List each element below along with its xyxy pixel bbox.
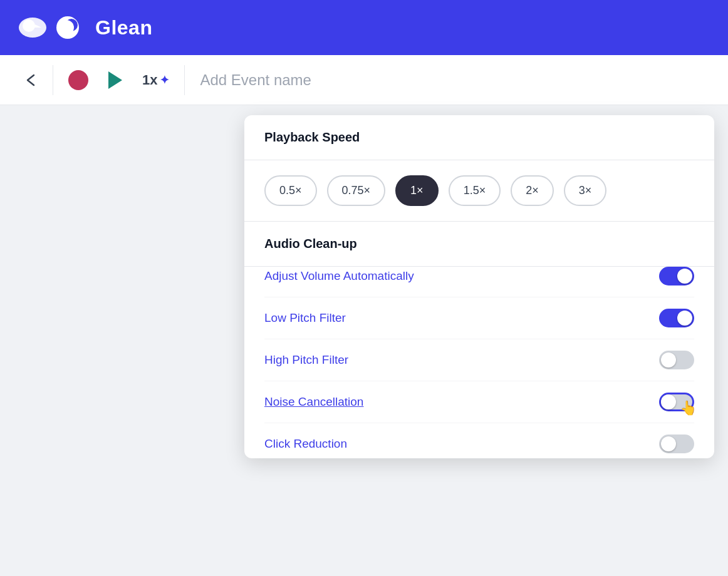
event-name-field[interactable]: Add Event name (190, 66, 713, 94)
audio-cleanup-title: Audio Clean-up (264, 237, 694, 251)
svg-point-4 (59, 20, 74, 35)
main-content: Playback Speed 0.5× 0.75× 1× 1.5× 2× 3× … (0, 105, 728, 576)
logo: Glean (18, 15, 152, 40)
speed-btn-1x[interactable]: 1× (395, 175, 439, 206)
low-pitch-check: ✓ (683, 313, 690, 323)
speed-buttons-section: 0.5× 0.75× 1× 1.5× 2× 3× (244, 160, 714, 222)
speed-btn-0.5x[interactable]: 0.5× (264, 175, 317, 206)
toggle-row-adjust-volume: Adjust Volume Automatically ✓ (264, 267, 694, 297)
speed-btn-0.75x[interactable]: 0.75× (327, 175, 386, 206)
toolbar: 1x✦ Add Event name (0, 55, 728, 105)
play-icon (108, 71, 122, 89)
speed-button[interactable]: 1x✦ (132, 67, 179, 93)
audio-toggles-section: Adjust Volume Automatically ✓ Low Pitch … (244, 267, 714, 458)
low-pitch-label: Low Pitch Filter (264, 311, 346, 325)
glean-logo-icon (18, 16, 48, 39)
speed-btn-2x[interactable]: 2× (511, 175, 554, 206)
logo-svg (55, 15, 88, 40)
toolbar-divider-1 (53, 65, 53, 95)
speed-value: 1x✦ (142, 72, 169, 88)
high-pitch-toggle[interactable] (659, 351, 694, 369)
noise-cancellation-label: Noise Cancellation (264, 395, 363, 409)
speed-star-icon: ✦ (160, 73, 169, 87)
audio-cleanup-title-section: Audio Clean-up (244, 222, 714, 267)
click-reduction-track (659, 435, 694, 453)
dropdown-panel: Playback Speed 0.5× 0.75× 1× 1.5× 2× 3× … (244, 115, 714, 458)
playback-speed-title: Playback Speed (264, 130, 694, 145)
back-button[interactable] (15, 66, 48, 94)
low-pitch-toggle[interactable]: ✓ (659, 309, 694, 327)
toggle-row-noise-cancellation: Noise Cancellation 👆 (264, 381, 694, 423)
speed-text: 1x (142, 72, 157, 88)
high-pitch-knob (661, 352, 676, 368)
logo-text: Glean (95, 16, 152, 39)
speed-btn-3x[interactable]: 3× (564, 175, 607, 206)
record-button[interactable] (58, 65, 98, 95)
noise-cancellation-knob (661, 394, 676, 409)
low-pitch-track: ✓ (659, 309, 694, 327)
playback-speed-section: Playback Speed (244, 115, 714, 160)
noise-cancellation-toggle[interactable] (659, 393, 694, 411)
click-reduction-label: Click Reduction (264, 437, 347, 451)
high-pitch-label: High Pitch Filter (264, 353, 348, 367)
adjust-volume-toggle[interactable]: ✓ (659, 267, 694, 285)
toggle-row-click-reduction: Click Reduction (264, 423, 694, 453)
record-dot (68, 70, 88, 90)
noise-cancellation-wrapper: 👆 (659, 393, 694, 411)
speed-buttons-row: 0.5× 0.75× 1× 1.5× 2× 3× (264, 175, 694, 206)
play-button[interactable] (98, 66, 132, 94)
click-reduction-toggle[interactable] (659, 435, 694, 453)
adjust-volume-label: Adjust Volume Automatically (264, 269, 414, 283)
click-reduction-knob (661, 436, 676, 451)
toolbar-divider-2 (184, 65, 185, 95)
adjust-volume-track: ✓ (659, 267, 694, 285)
high-pitch-track (659, 351, 694, 369)
noise-cancellation-track (659, 393, 694, 411)
adjust-volume-check: ✓ (683, 271, 690, 281)
header: Glean (0, 0, 728, 55)
toggle-row-high-pitch: High Pitch Filter (264, 339, 694, 381)
speed-btn-1.5x[interactable]: 1.5× (449, 175, 501, 206)
toggle-row-low-pitch: Low Pitch Filter ✓ (264, 297, 694, 339)
